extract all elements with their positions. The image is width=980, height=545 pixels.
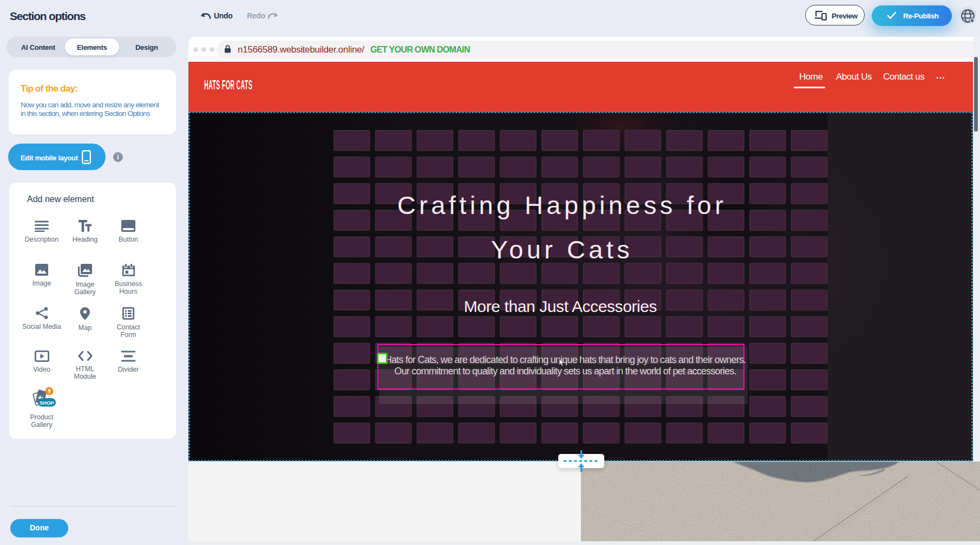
svg-text:SHOP: SHOP [40, 400, 55, 406]
